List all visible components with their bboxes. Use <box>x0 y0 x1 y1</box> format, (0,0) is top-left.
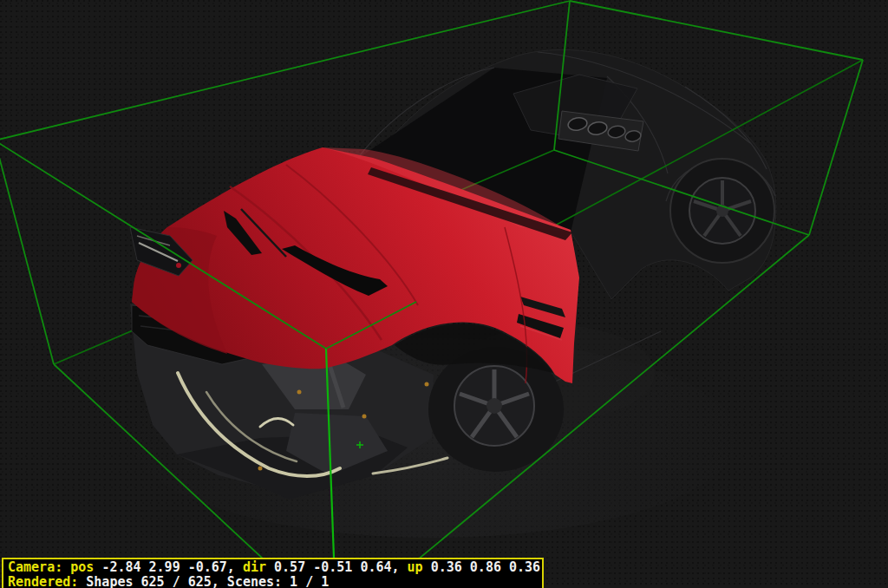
status-bar: Camera: pos -2.84 2.99 -0.67, dir 0.57 -… <box>2 558 544 588</box>
camera-status-line: Camera: pos -2.84 2.99 -0.67, dir 0.57 -… <box>8 560 542 575</box>
box-edge-right-vertical <box>809 60 863 235</box>
rendered-label: Rendered: <box>8 574 78 588</box>
camera-label: Camera: <box>8 559 62 575</box>
camera-dir-label: dir <box>243 559 266 575</box>
render-viewport[interactable] <box>0 0 888 588</box>
car-render <box>130 147 579 500</box>
scene-canvas <box>0 0 888 588</box>
camera-dir-value: 0.57 -0.51 0.64, <box>274 559 400 575</box>
camera-up-label: up <box>408 559 423 575</box>
rendered-value: Shapes 625 / 625, Scenes: 1 / 1 <box>86 574 329 588</box>
camera-pos-value: -2.84 2.99 -0.67, <box>101 559 235 575</box>
rendered-status-line: Rendered: Shapes 625 / 625, Scenes: 1 / … <box>8 575 542 588</box>
box-edge-top-right <box>570 1 863 60</box>
camera-pos-label: pos <box>70 559 94 575</box>
camera-up-value: 0.36 0.86 0.36 <box>431 559 540 575</box>
box-edge-left-vertical <box>0 140 54 364</box>
